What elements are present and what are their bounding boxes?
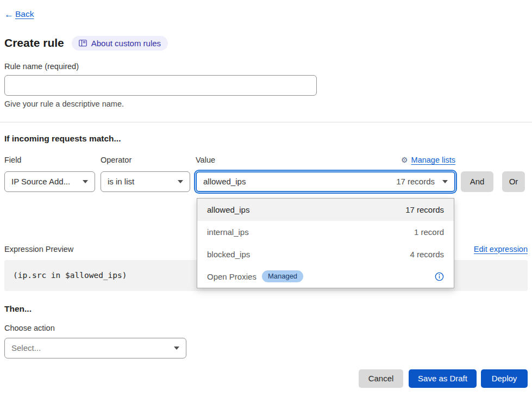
field-select[interactable]: IP Source Add...: [4, 171, 95, 192]
condition-row: Field IP Source Add... Operator is in li…: [4, 156, 528, 192]
list-option-name: allowed_ips: [207, 205, 249, 214]
operator-select[interactable]: is in list: [101, 171, 190, 192]
list-option-blocked-ips[interactable]: blocked_ips 4 records: [197, 243, 454, 265]
save-as-draft-button[interactable]: Save as Draft: [409, 369, 477, 388]
list-dropdown: allowed_ips 17 records internal_ips 1 re…: [197, 198, 454, 288]
action-select-placeholder: Select...: [11, 343, 41, 352]
chevron-down-icon: [83, 180, 88, 183]
cancel-button[interactable]: Cancel: [359, 369, 403, 388]
list-option-name: blocked_ips: [207, 250, 250, 259]
list-option-meta: 4 records: [410, 250, 444, 259]
value-column: Value ⚙ Manage lists allowed_ips 17 reco…: [196, 156, 455, 192]
operator-select-value: is in list: [108, 177, 134, 186]
field-column: Field IP Source Add...: [4, 156, 95, 192]
rule-name-helper: Give your rule a descriptive name.: [4, 100, 528, 108]
list-option-meta: 1 record: [414, 227, 444, 237]
value-label: Value: [196, 156, 215, 164]
back-link[interactable]: ← Back: [4, 9, 34, 19]
value-select-meta: 17 records: [396, 177, 435, 186]
chevron-down-icon: [174, 347, 179, 350]
list-option-internal-ips[interactable]: internal_ips 1 record: [197, 221, 454, 243]
manage-lists-link[interactable]: ⚙ Manage lists: [401, 156, 455, 164]
list-option-name: Open Proxies: [207, 272, 256, 281]
rule-name-label: Rule name (required): [4, 62, 528, 71]
list-option-meta: 17 records: [405, 205, 444, 214]
value-select-value: allowed_ips: [203, 177, 246, 186]
about-custom-rules-link[interactable]: About custom rules: [72, 36, 168, 51]
managed-badge: Managed: [262, 270, 303, 282]
list-option-name: internal_ips: [207, 227, 249, 237]
footer-actions: Cancel Save as Draft Deploy: [4, 369, 528, 388]
field-label: Field: [4, 156, 21, 164]
about-badge-label: About custom rules: [91, 39, 161, 48]
operator-column: Operator is in list: [101, 156, 190, 192]
gear-icon: ⚙: [401, 156, 408, 164]
back-label: Back: [15, 9, 34, 19]
book-icon: [79, 40, 87, 47]
manage-lists-label: Manage lists: [411, 156, 455, 164]
choose-action-label: Choose action: [4, 324, 528, 332]
title-row: Create rule About custom rules: [4, 36, 528, 51]
create-rule-page: ← Back Create rule About custom rules Ru…: [0, 0, 532, 388]
expression-preview-label: Expression Preview: [4, 245, 73, 253]
action-select[interactable]: Select...: [4, 338, 186, 358]
section-divider: [0, 122, 532, 122]
rule-name-input[interactable]: [4, 75, 317, 96]
chevron-down-icon: [442, 180, 448, 183]
list-option-open-proxies[interactable]: Open Proxies Managed: [197, 265, 454, 288]
edit-expression-link[interactable]: Edit expression: [474, 245, 528, 253]
page-title: Create rule: [4, 36, 64, 50]
or-button[interactable]: Or: [502, 171, 525, 192]
field-select-value: IP Source Add...: [11, 177, 70, 186]
expression-code: (ip.src in $allowed_ips): [13, 271, 127, 280]
rule-name-group: Rule name (required) Give your rule a de…: [4, 62, 528, 108]
and-button[interactable]: And: [461, 171, 493, 192]
then-heading: Then...: [4, 304, 528, 314]
info-icon[interactable]: [435, 272, 444, 281]
value-select[interactable]: allowed_ips 17 records: [196, 171, 455, 192]
back-arrow-icon: ←: [4, 10, 14, 19]
deploy-button[interactable]: Deploy: [481, 369, 528, 388]
list-option-allowed-ips[interactable]: allowed_ips 17 records: [197, 199, 454, 221]
action-group: Choose action Select...: [4, 324, 528, 358]
chevron-down-icon: [178, 180, 183, 183]
match-section-heading: If incoming requests match...: [4, 134, 528, 144]
operator-label: Operator: [101, 156, 132, 164]
back-row: ← Back: [4, 0, 528, 20]
